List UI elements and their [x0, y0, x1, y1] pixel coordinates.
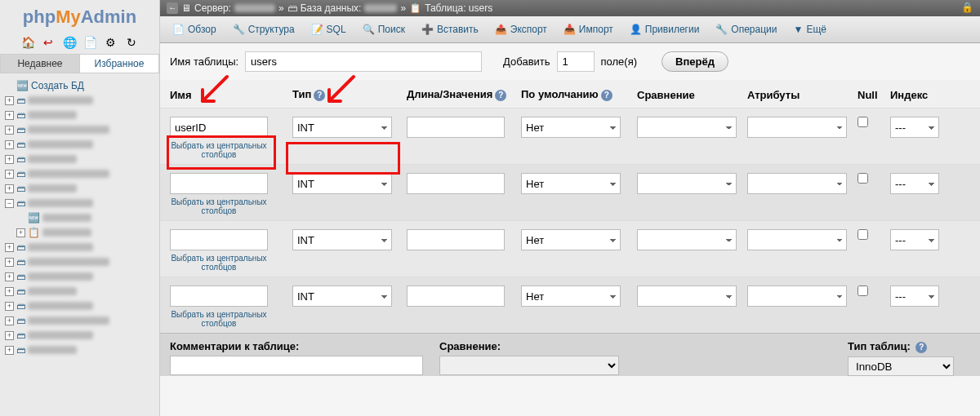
column-default-select[interactable]: Нет: [521, 117, 621, 138]
column-attributes-select[interactable]: [747, 117, 847, 138]
tab-browse[interactable]: 📄Обзор: [165, 20, 224, 39]
storage-engine-select[interactable]: InnoDB: [848, 356, 954, 376]
column-null-checkbox[interactable]: [858, 285, 868, 296]
create-db-link[interactable]: Создать БД: [31, 80, 84, 91]
db-item[interactable]: [28, 126, 109, 134]
column-type-select[interactable]: INT: [292, 117, 392, 138]
column-index-select[interactable]: ---: [890, 229, 939, 250]
lock-icon[interactable]: 🔒: [961, 2, 973, 13]
db-item[interactable]: [28, 287, 77, 295]
column-name-input[interactable]: [170, 173, 268, 194]
column-null-checkbox[interactable]: [858, 229, 868, 240]
pick-central-link[interactable]: Выбрать из центральных столбцов: [170, 307, 268, 328]
column-index-select[interactable]: ---: [890, 117, 939, 138]
logout-icon[interactable]: ↩: [42, 36, 55, 49]
db-item[interactable]: [28, 155, 77, 163]
tab-privileges[interactable]: 👤Привилегии: [622, 20, 707, 39]
go-button[interactable]: Вперёд: [662, 51, 728, 72]
nav-back-icon[interactable]: ←: [167, 2, 178, 14]
tab-operations[interactable]: 🔧Операции: [708, 20, 784, 39]
recent-tab[interactable]: Недавнее: [1, 55, 80, 73]
column-length-input[interactable]: [407, 229, 505, 250]
globe-icon[interactable]: 🌐: [63, 36, 76, 49]
server-name[interactable]: [234, 4, 275, 12]
tab-import[interactable]: 📥Импорт: [556, 20, 621, 39]
expand-icon[interactable]: +: [5, 140, 14, 149]
db-item[interactable]: [28, 199, 93, 207]
column-default-select[interactable]: Нет: [521, 173, 621, 194]
add-columns-input[interactable]: [557, 51, 595, 72]
expand-icon[interactable]: +: [5, 316, 14, 325]
expand-icon[interactable]: +: [5, 96, 14, 105]
column-attributes-select[interactable]: [747, 285, 847, 307]
column-collation-select[interactable]: [637, 117, 737, 138]
column-length-input[interactable]: [407, 117, 505, 138]
db-name[interactable]: [364, 4, 397, 12]
table-comments-input[interactable]: [170, 356, 423, 375]
column-type-select[interactable]: INT: [292, 173, 392, 194]
column-collation-select[interactable]: [637, 173, 737, 194]
expand-icon[interactable]: +: [5, 243, 14, 252]
db-item[interactable]: [28, 346, 77, 354]
column-collation-select[interactable]: [637, 229, 737, 250]
column-length-input[interactable]: [407, 173, 505, 194]
column-index-select[interactable]: ---: [890, 173, 939, 194]
expand-icon[interactable]: +: [5, 155, 14, 164]
db-item[interactable]: [28, 184, 77, 193]
db-item[interactable]: [28, 243, 93, 251]
db-item[interactable]: [28, 140, 93, 148]
column-index-select[interactable]: ---: [890, 285, 939, 307]
help-icon[interactable]: ?: [495, 90, 506, 101]
favorites-tab[interactable]: Избранное: [80, 55, 158, 73]
home-icon[interactable]: 🏠: [21, 36, 34, 49]
column-null-checkbox[interactable]: [858, 173, 868, 184]
expand-icon[interactable]: +: [5, 272, 14, 281]
column-name-input[interactable]: [170, 117, 268, 138]
column-attributes-select[interactable]: [747, 173, 847, 194]
table-item[interactable]: [42, 214, 91, 222]
db-item[interactable]: [28, 258, 109, 266]
table-name[interactable]: Таблица: users: [425, 2, 492, 14]
expand-icon[interactable]: +: [5, 111, 14, 120]
tab-structure[interactable]: 🔧Структура: [225, 20, 302, 39]
tab-search[interactable]: 🔍Поиск: [355, 20, 412, 39]
column-null-checkbox[interactable]: [858, 117, 868, 127]
column-default-select[interactable]: Нет: [521, 285, 621, 307]
help-icon[interactable]: ?: [915, 342, 927, 353]
expand-icon[interactable]: +: [5, 258, 14, 267]
tab-insert[interactable]: ➕Вставить: [414, 20, 486, 39]
docs-icon[interactable]: 📄: [83, 36, 96, 49]
expand-icon[interactable]: +: [16, 228, 25, 237]
reload-icon[interactable]: ↻: [125, 36, 138, 49]
pick-central-link[interactable]: Выбрать из центральных столбцов: [170, 250, 268, 272]
expand-icon[interactable]: +: [5, 346, 14, 355]
table-name-input[interactable]: [245, 51, 482, 72]
column-name-input[interactable]: [170, 229, 268, 250]
expand-icon[interactable]: +: [5, 126, 14, 135]
expand-icon[interactable]: +: [5, 287, 14, 296]
pick-central-link[interactable]: Выбрать из центральных столбцов: [170, 194, 268, 215]
column-default-select[interactable]: Нет: [521, 229, 621, 250]
column-length-input[interactable]: [407, 285, 505, 307]
column-attributes-select[interactable]: [747, 229, 847, 250]
expand-icon[interactable]: +: [5, 331, 14, 340]
tab-sql[interactable]: 📝SQL: [304, 20, 354, 39]
help-icon[interactable]: ?: [601, 90, 612, 101]
column-name-input[interactable]: [170, 285, 268, 307]
expand-icon[interactable]: +: [5, 184, 14, 193]
tab-more[interactable]: ▼Ещё: [786, 20, 834, 39]
pick-central-link[interactable]: Выбрать из центральных столбцов: [170, 138, 268, 159]
column-type-select[interactable]: INT: [292, 285, 392, 307]
expand-icon[interactable]: +: [5, 302, 14, 311]
db-item[interactable]: [28, 96, 93, 104]
column-type-select[interactable]: INT: [292, 229, 392, 250]
db-item[interactable]: [28, 170, 109, 178]
table-collation-select[interactable]: [439, 356, 619, 375]
db-item[interactable]: [28, 111, 77, 119]
db-item[interactable]: [28, 331, 93, 339]
table-item[interactable]: [42, 228, 91, 237]
tab-export[interactable]: 📤Экспорт: [488, 20, 555, 39]
db-item[interactable]: [28, 316, 109, 325]
db-item[interactable]: [28, 302, 93, 310]
db-item[interactable]: [28, 272, 93, 281]
